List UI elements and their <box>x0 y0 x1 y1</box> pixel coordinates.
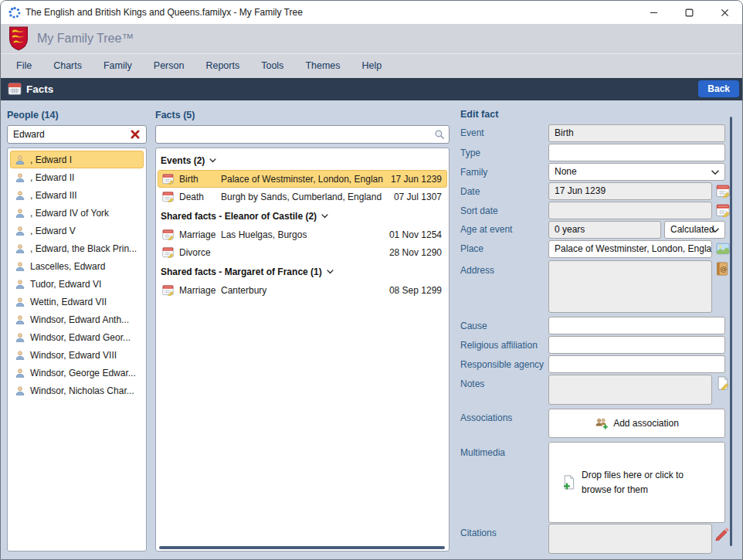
fact-group-events[interactable]: Events (2) <box>156 151 449 170</box>
person-name: Lascelles, Edward <box>30 261 105 272</box>
place-field[interactable]: Palace of Westminster, London, England <box>548 240 712 258</box>
age-mode-select[interactable]: Calculated <box>664 221 725 239</box>
fact-type: Marriage <box>179 229 221 240</box>
person-row[interactable]: Windsor, Nicholas Char... <box>10 382 144 399</box>
person-name: Windsor, Edward VIII <box>30 350 117 361</box>
fact-row[interactable]: Marriage Canterbury 08 Sep 1299 <box>158 281 447 299</box>
menu-help[interactable]: Help <box>351 54 393 78</box>
minimize-button[interactable] <box>636 1 671 24</box>
religious-affiliation-field[interactable] <box>548 336 725 354</box>
date-label: Date <box>460 186 547 197</box>
people-search-input[interactable]: Edward <box>7 125 147 144</box>
date-picker-button[interactable] <box>716 184 730 198</box>
add-file-icon <box>562 475 575 490</box>
person-row[interactable]: Windsor, Edward Anth... <box>10 311 144 328</box>
address-book-button[interactable] <box>715 262 729 276</box>
menu-file[interactable]: File <box>5 54 42 78</box>
sort-date-picker-button[interactable] <box>716 203 730 217</box>
address-book-icon <box>715 262 729 276</box>
people-list: , Edward I , Edward II , Edward III , Ed… <box>7 148 147 552</box>
fact-row[interactable]: Divorce 28 Nov 1290 <box>158 243 447 261</box>
menu-reports[interactable]: Reports <box>195 54 250 78</box>
sort-date-field <box>548 202 712 219</box>
menu-charts[interactable]: Charts <box>42 54 93 78</box>
fact-group-eleanor[interactable]: Shared facts - Eleanor of Castile (2) <box>156 207 449 226</box>
responsible-agency-field[interactable] <box>548 355 725 373</box>
add-association-button[interactable]: Add association <box>548 409 725 438</box>
fact-row[interactable]: Marriage Las Huelgas, Burgos 01 Nov 1254 <box>158 226 447 243</box>
brand-shield-logo <box>7 26 30 51</box>
fact-place: Burgh by Sands, Cumberland, England <box>221 192 383 202</box>
fact-row[interactable]: Birth Palace of Westminster, London, Eng… <box>158 170 447 188</box>
family-label: Family <box>460 167 547 178</box>
window-title: The English and British Kings and Queens… <box>25 1 303 24</box>
person-row[interactable]: , Edward, the Black Prin... <box>10 239 144 257</box>
fact-calendar-icon <box>162 284 174 296</box>
cause-field[interactable] <box>548 317 725 334</box>
place-picker-button[interactable] <box>716 242 730 256</box>
multimedia-dropzone[interactable]: Drop files here or click to browse for t… <box>548 442 725 523</box>
person-row[interactable]: , Edward III <box>10 186 144 204</box>
fact-row[interactable]: Death Burgh by Sands, Cumberland, Englan… <box>158 188 447 205</box>
place-label: Place <box>460 243 547 254</box>
menu-person[interactable]: Person <box>143 54 195 78</box>
person-name: Windsor, Nicholas Char... <box>30 385 134 396</box>
citations-edit-button[interactable] <box>714 525 730 541</box>
facts-search-input[interactable] <box>155 125 450 144</box>
close-button[interactable] <box>707 1 742 24</box>
person-name: , Edward V <box>30 226 76 236</box>
person-row[interactable]: , Edward II <box>10 168 144 186</box>
type-label: Type <box>460 148 547 158</box>
map-picture-icon <box>716 242 730 256</box>
person-name: Windsor, Edward Anth... <box>30 314 129 325</box>
menu-themes[interactable]: Themes <box>294 54 351 78</box>
maximize-button[interactable] <box>671 1 707 24</box>
fact-calendar-icon <box>162 246 174 258</box>
family-select[interactable]: None <box>548 163 725 181</box>
person-icon <box>15 368 25 378</box>
fact-group-label: Shared facts - Margaret of France (1) <box>161 266 322 277</box>
person-name: Windsor, George Edwar... <box>30 368 136 378</box>
back-button[interactable]: Back <box>698 80 739 97</box>
fact-group-label: Events (2) <box>161 155 205 166</box>
person-name: Windsor, Edward Geor... <box>30 332 131 343</box>
search-icon <box>434 129 445 140</box>
menu-family[interactable]: Family <box>93 54 143 78</box>
menu-tools[interactable]: Tools <box>250 54 294 78</box>
fact-date: 28 Nov 1290 <box>383 247 442 258</box>
chevron-down-icon <box>327 270 334 274</box>
horizontal-scrollbar[interactable] <box>159 546 445 549</box>
vertical-scrollbar[interactable] <box>730 117 732 546</box>
person-name: Wettin, Edward VII <box>30 297 107 307</box>
facts-list: Events (2) Birth Palace of Westminster, … <box>155 148 450 552</box>
person-row[interactable]: Windsor, Edward Geor... <box>10 328 144 346</box>
person-icon <box>15 385 25 396</box>
fact-type: Birth <box>179 174 221 185</box>
person-name: , Edward II <box>30 172 74 183</box>
multimedia-dropzone-text: Drop files here or click to browse for t… <box>582 468 711 497</box>
person-icon <box>15 154 25 165</box>
clear-search-icon[interactable] <box>130 129 141 140</box>
fact-group-margaret[interactable]: Shared facts - Margaret of France (1) <box>156 263 449 281</box>
maximize-icon <box>685 8 694 17</box>
notes-edit-button[interactable] <box>716 376 730 390</box>
person-icon <box>15 243 25 254</box>
cause-label: Cause <box>460 321 547 331</box>
religious-affiliation-label: Religious affiliation <box>460 340 547 351</box>
person-icon <box>15 279 25 290</box>
person-row[interactable]: Windsor, Edward VIII <box>10 346 144 364</box>
app-window: The English and British Kings and Queens… <box>0 0 743 560</box>
person-row[interactable]: , Edward V <box>10 222 144 239</box>
type-field[interactable] <box>548 144 725 161</box>
person-row[interactable]: , Edward IV of York <box>10 204 144 222</box>
person-icon <box>15 261 25 272</box>
fact-place: Palace of Westminster, London, England <box>221 174 383 185</box>
person-row[interactable]: Wettin, Edward VII <box>10 293 144 311</box>
person-row[interactable]: Windsor, George Edwar... <box>10 364 144 382</box>
person-row[interactable]: Tudor, Edward VI <box>10 275 144 293</box>
person-row[interactable]: Lascelles, Edward <box>10 257 144 275</box>
person-row[interactable]: , Edward I <box>10 151 144 168</box>
notes-label: Notes <box>460 378 547 389</box>
fact-type: Divorce <box>179 247 221 258</box>
people-header: People (14) <box>7 110 59 120</box>
